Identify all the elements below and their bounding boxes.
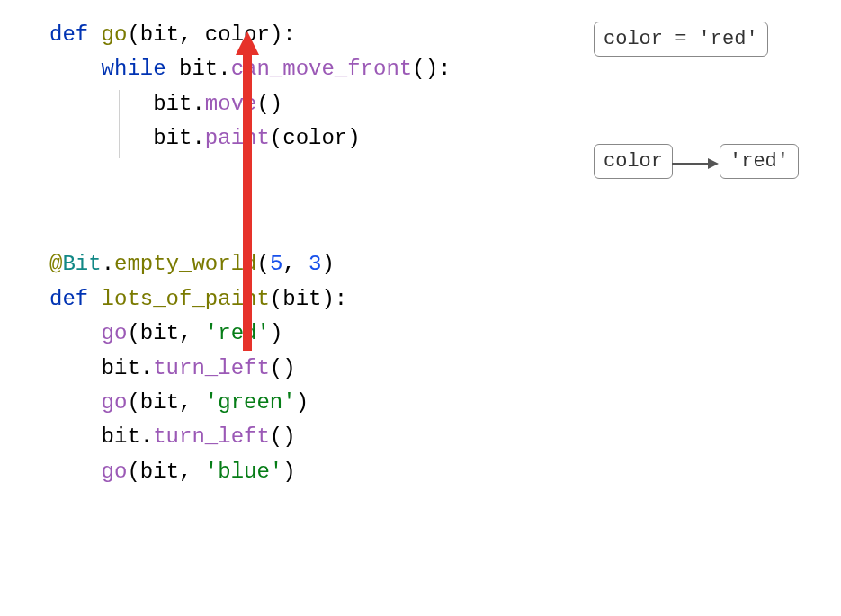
comma: , xyxy=(179,460,205,484)
param-bit: bit xyxy=(140,22,179,47)
func-name-go: go xyxy=(102,22,128,47)
code-line-10: bit.turn_left() xyxy=(49,352,452,386)
indent-guide xyxy=(67,333,67,603)
paren-open: ( xyxy=(270,287,282,311)
keyword-while: while xyxy=(102,57,179,81)
annotation-assignment-box: color = 'red' xyxy=(594,22,768,57)
svg-marker-1 xyxy=(708,158,719,169)
paren-close: ) xyxy=(282,460,295,484)
arg-bit: bit xyxy=(140,460,179,484)
method-move: move xyxy=(205,92,257,116)
code-line-9: go(bit, 'red') xyxy=(49,317,452,351)
code-block: def go(bit, color): while bit.can_move_f… xyxy=(49,18,452,489)
comma: , xyxy=(179,22,205,47)
func-name-lots-of-paint: lots_of_paint xyxy=(102,287,270,311)
obj-bit: bit. xyxy=(153,92,205,116)
number-5: 5 xyxy=(270,252,282,276)
paren-colon: (): xyxy=(412,57,451,81)
method-turn-left: turn_left xyxy=(153,424,270,449)
paren-open: ( xyxy=(256,252,269,276)
paren-open: ( xyxy=(127,22,139,47)
paren-close-colon: ): xyxy=(321,287,347,311)
indent xyxy=(49,92,153,116)
string-green: 'green' xyxy=(205,390,296,415)
indent xyxy=(49,126,153,150)
paren-close: ) xyxy=(347,126,360,150)
indent xyxy=(49,460,102,484)
indent-guide xyxy=(119,90,120,158)
arg-color: color xyxy=(282,126,347,150)
comma: , xyxy=(179,390,205,415)
paren-close: ) xyxy=(322,252,335,276)
code-line-blank xyxy=(49,156,452,191)
method-turn-left: turn_left xyxy=(153,356,270,380)
comma: , xyxy=(282,252,309,276)
string-blue: 'blue' xyxy=(205,460,282,484)
number-3: 3 xyxy=(309,252,321,276)
indent xyxy=(49,356,102,380)
code-line-8: def lots_of_paint(bit): xyxy=(49,282,452,317)
indent xyxy=(49,390,102,415)
decorator-class-bit: Bit xyxy=(62,252,101,276)
string-red: 'red' xyxy=(205,321,270,345)
paren-open: ( xyxy=(270,126,282,150)
paren-empty: () xyxy=(256,92,282,116)
paren-empty: () xyxy=(270,424,296,449)
call-go: go xyxy=(102,390,128,415)
decorator-fn-empty-world: empty_world xyxy=(114,252,256,276)
code-line-blank xyxy=(49,191,452,225)
comma: , xyxy=(179,321,205,345)
call-go: go xyxy=(102,321,128,345)
param-bit: bit xyxy=(282,287,321,311)
code-line-11: go(bit, 'green') xyxy=(49,386,452,420)
code-line-4: bit.paint(color) xyxy=(49,121,452,156)
arg-bit: bit xyxy=(140,390,179,415)
indent-guide xyxy=(67,56,67,159)
code-line-13: go(bit, 'blue') xyxy=(49,455,452,489)
dot: . xyxy=(102,252,114,276)
paren-open: ( xyxy=(127,321,139,345)
arg-bit: bit xyxy=(140,321,179,345)
method-paint: paint xyxy=(205,126,270,150)
obj-bit: bit. xyxy=(102,356,154,380)
call-go: go xyxy=(102,460,128,484)
obj-bit: bit. xyxy=(179,57,231,81)
indent xyxy=(49,57,102,81)
indent xyxy=(49,424,102,449)
paren-open: ( xyxy=(127,390,139,415)
obj-bit: bit. xyxy=(102,424,154,449)
keyword-def: def xyxy=(49,287,102,311)
code-line-1: def go(bit, color): xyxy=(49,18,452,52)
code-line-2: while bit.can_move_front(): xyxy=(49,52,452,86)
param-color: color xyxy=(205,22,270,47)
paren-close: ) xyxy=(296,390,309,415)
paren-empty: () xyxy=(270,356,296,380)
paren-close: ) xyxy=(270,321,282,345)
annotation-var-box: color xyxy=(594,144,673,179)
keyword-def: def xyxy=(49,22,102,47)
obj-bit: bit. xyxy=(153,126,205,150)
code-line-7: @Bit.empty_world(5, 3) xyxy=(49,247,452,281)
method-can-move-front: can_move_front xyxy=(231,57,413,81)
paren-close-colon: ): xyxy=(270,22,296,47)
annotation-value-box: 'red' xyxy=(720,144,799,179)
decorator-at: @ xyxy=(49,252,62,276)
arrow-right-icon xyxy=(670,155,720,173)
paren-open: ( xyxy=(127,460,139,484)
indent xyxy=(49,321,102,345)
code-line-3: bit.move() xyxy=(49,87,452,121)
code-line-12: bit.turn_left() xyxy=(49,420,452,454)
